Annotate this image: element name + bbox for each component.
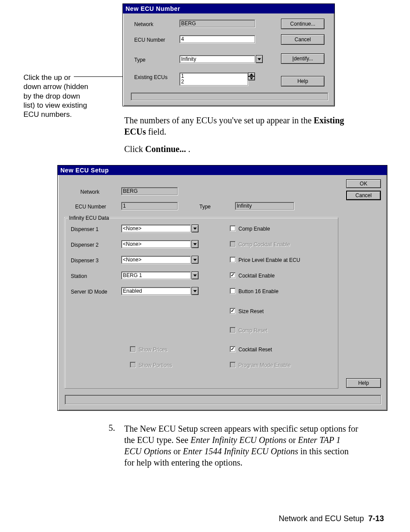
type-label: Type	[134, 57, 145, 63]
dispenser2-label: Dispenser 2	[71, 242, 99, 248]
page-number: 7-13	[368, 514, 384, 523]
cocktail-reset-checkbox[interactable]: ✓	[230, 346, 235, 352]
ok-button[interactable]: OK	[346, 179, 381, 188]
dispenser3-dropdown-button[interactable]	[192, 256, 198, 264]
network-display: BERG	[179, 20, 255, 27]
cancel-button[interactable]: Cancel	[346, 191, 381, 200]
chevron-down-icon	[193, 274, 197, 277]
comp-cocktail-enable-label: Comp Cocktail Enable	[238, 241, 290, 248]
type-dropdown-button[interactable]	[256, 55, 263, 63]
continue-button[interactable]: Continue...	[281, 19, 324, 29]
show-prices-label: Show Prices	[139, 347, 168, 353]
dispenser1-label: Dispenser 1	[71, 226, 99, 232]
network-label: Network	[80, 189, 99, 195]
step5-paragraph: The New ECU Setup screen appears with sp…	[124, 423, 359, 468]
station-label: Station	[71, 273, 87, 279]
show-portions-checkbox	[130, 362, 136, 367]
existing-ecus-up-button[interactable]	[248, 73, 255, 76]
dispenser2-dropdown-button[interactable]	[192, 240, 198, 248]
show-portions-label: Show Portions	[139, 362, 172, 368]
chevron-up-icon	[250, 73, 253, 76]
ecu-number-display: 1	[121, 202, 178, 210]
program-mode-enable-label: Program Mode Enable	[238, 362, 291, 368]
type-label: Type	[199, 204, 211, 210]
existing-ecus-label: Existing ECUs	[134, 74, 168, 80]
margin-annotation: Click the up or down arrow (hidden by th…	[23, 73, 89, 119]
cancel-button[interactable]: Cancel	[281, 34, 324, 45]
type-select[interactable]: Infinity	[179, 55, 255, 63]
text: field.	[146, 127, 166, 136]
chevron-down-icon	[193, 228, 197, 230]
text: or	[171, 446, 183, 456]
existing-ecu-item: 2	[181, 79, 246, 85]
program-mode-enable-checkbox	[230, 362, 235, 367]
chevron-down-icon	[193, 243, 197, 245]
station-dropdown-button[interactable]	[192, 271, 198, 279]
price-level-enable-label: Price Level Enable at ECU	[238, 257, 300, 263]
cocktail-enable-checkbox[interactable]: ✓	[230, 272, 235, 278]
ecu-number-label: ECU Number	[134, 37, 165, 43]
new-ecu-number-dialog: New ECU Number Network BERG ECU Number 4…	[122, 3, 335, 106]
identify-label-rest: dentify...	[294, 56, 313, 62]
step-number: 5.	[109, 423, 115, 433]
dispenser3-select[interactable]: <None>	[121, 256, 191, 264]
text: or	[286, 435, 298, 445]
button16-enable-checkbox[interactable]	[230, 288, 235, 294]
comp-reset-label: Comp Reset	[238, 327, 268, 334]
dispenser3-label: Dispenser 3	[71, 258, 99, 264]
comp-enable-checkbox[interactable]	[230, 225, 235, 231]
price-level-enable-checkbox[interactable]	[230, 257, 235, 262]
dialog-title: New ECU Number	[123, 4, 334, 13]
dispenser1-dropdown-button[interactable]	[192, 225, 198, 232]
cocktail-enable-label: Cocktail Enable	[238, 273, 274, 279]
show-prices-checkbox	[130, 346, 136, 352]
document-page: Click the up or down arrow (hidden by th…	[0, 0, 410, 532]
page-footer: Network and ECU Setup 7-13	[279, 514, 384, 523]
server-id-mode-dropdown-button[interactable]	[192, 287, 198, 295]
size-reset-checkbox[interactable]: ✓	[230, 308, 235, 314]
dispenser1-select[interactable]: <None>	[121, 225, 191, 232]
italic-text: Enter 1544 Infinity ECU Options	[183, 446, 298, 456]
dialog-title: New ECU Setup	[58, 165, 387, 175]
existing-ecus-down-button[interactable]	[248, 76, 255, 80]
text: The numbers of any ECUs you've set up ap…	[124, 116, 314, 125]
ecu-number-input[interactable]: 4	[179, 35, 255, 43]
server-id-mode-select[interactable]: Enabled	[121, 287, 191, 295]
identify-button[interactable]: Identify...	[281, 53, 324, 64]
chevron-down-icon	[193, 290, 197, 292]
italic-text: Enter Infinity ECU Options	[191, 435, 287, 445]
server-id-mode-label: Server ID Mode	[71, 289, 107, 295]
status-bar	[131, 93, 328, 100]
type-display: Infinity	[235, 202, 294, 210]
size-reset-label: Size Reset	[238, 308, 264, 314]
comp-enable-label: Comp Enable	[238, 226, 270, 232]
help-button[interactable]: Help	[281, 76, 324, 86]
network-display: BERG	[121, 187, 178, 195]
existing-ecus-list[interactable]: 1 2	[179, 73, 248, 86]
help-button[interactable]: Help	[346, 378, 381, 388]
existing-ecu-item: 1	[181, 73, 246, 79]
button16-enable-label: Button 16 Enable	[238, 288, 278, 294]
chevron-down-icon	[193, 259, 197, 261]
station-select[interactable]: BERG 1	[121, 271, 191, 279]
network-label: Network	[134, 21, 153, 27]
chevron-down-icon	[250, 77, 253, 79]
body-paragraph: The numbers of any ECUs you've set up ap…	[124, 115, 350, 137]
bold-text: Continue...	[145, 144, 186, 154]
cocktail-reset-label: Cocktail Reset	[238, 347, 272, 353]
body-paragraph: Click Continue... .	[124, 143, 350, 155]
footer-title: Network and ECU Setup	[279, 514, 364, 523]
new-ecu-setup-dialog: New ECU Setup Network BERG ECU Number 1 …	[57, 165, 387, 411]
infinity-ecu-data-group	[65, 218, 338, 389]
text: .	[186, 144, 190, 154]
text: Click	[124, 144, 145, 154]
comp-cocktail-enable-checkbox	[230, 241, 235, 247]
dispenser2-select[interactable]: <None>	[121, 240, 191, 248]
comp-reset-checkbox	[230, 327, 235, 333]
ecu-number-label: ECU Number	[75, 204, 106, 210]
status-bar	[65, 395, 381, 404]
chevron-down-icon	[258, 58, 261, 60]
group-label: Infinity ECU Data	[68, 215, 110, 221]
